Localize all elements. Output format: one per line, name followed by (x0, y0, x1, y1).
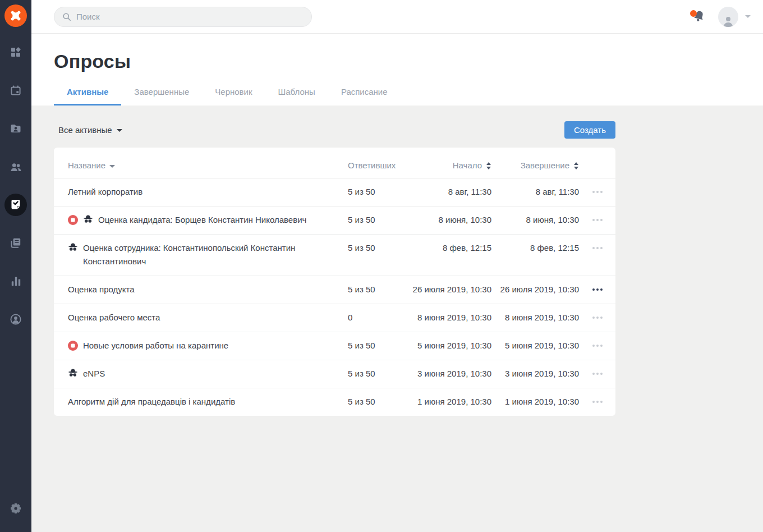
start-date: 5 июня 2019, 10:30 (404, 339, 491, 352)
table-row[interactable]: eNPS 5 из 50 3 июня 2019, 10:30 3 июня 2… (54, 360, 615, 388)
survey-name[interactable]: Оценка продукта (68, 283, 135, 296)
tab-templates[interactable]: Шаблоны (265, 87, 328, 106)
table-body: Летний корпоратив 5 из 50 8 авг, 11:30 8… (54, 178, 615, 416)
sidebar-item-surveys[interactable] (4, 194, 27, 216)
end-date: 1 июня 2019, 10:30 (491, 395, 579, 409)
end-date: 8 июня 2019, 10:30 (491, 311, 579, 324)
survey-name[interactable]: Оценка рабочего места (68, 311, 160, 324)
table-row[interactable]: Оценка сотрудника: Константинопольский К… (54, 235, 615, 276)
sidebar-item-team[interactable] (4, 155, 27, 178)
sidebar-item-news[interactable] (4, 232, 27, 254)
search-input[interactable] (76, 12, 304, 21)
start-date: 8 фев, 12:15 (404, 241, 491, 255)
row-menu-button[interactable] (579, 185, 615, 199)
dashboard-icon (11, 47, 21, 57)
table-row[interactable]: Летний корпоратив 5 из 50 8 авг, 11:30 8… (54, 178, 615, 207)
ellipsis-icon (592, 345, 603, 347)
responded-count: 5 из 50 (348, 241, 404, 255)
ellipsis-icon (592, 373, 603, 375)
sort-caret-icon (109, 165, 115, 168)
sidebar-item-stats[interactable] (4, 270, 27, 292)
start-date: 8 июня 2019, 10:30 (404, 311, 491, 324)
end-date: 3 июня 2019, 10:30 (491, 367, 579, 380)
tab-completed[interactable]: Завершенные (121, 87, 202, 106)
notifications-button[interactable] (692, 10, 706, 24)
surveys-icon (4, 194, 27, 216)
responded-count: 5 из 50 (348, 185, 404, 199)
stopped-icon (68, 341, 78, 351)
table-header: Название Ответивших Начало (54, 148, 615, 178)
start-date: 1 июня 2019, 10:30 (404, 395, 491, 409)
row-menu-button[interactable] (579, 213, 615, 227)
survey-name[interactable]: Летний корпоратив (68, 185, 143, 199)
sort-updown-icon (486, 162, 491, 169)
start-date: 3 июня 2019, 10:30 (404, 367, 491, 380)
start-date: 8 авг, 11:30 (404, 185, 491, 199)
team-icon (11, 162, 21, 172)
tab-active[interactable]: Активные (54, 87, 121, 106)
topbar-right (692, 7, 751, 27)
ellipsis-icon (592, 317, 603, 319)
start-date: 8 июня, 10:30 (404, 213, 491, 227)
ellipsis-icon (592, 191, 603, 193)
ellipsis-icon (592, 288, 603, 291)
anonymous-icon (68, 243, 78, 251)
responded-count: 5 из 50 (348, 339, 404, 352)
tab-schedule[interactable]: Расписание (328, 87, 401, 106)
table-row[interactable]: Новые условия работы на карантине 5 из 5… (54, 332, 615, 360)
notification-badge (690, 10, 697, 17)
survey-name[interactable]: Оценка сотрудника: Константинопольский К… (83, 241, 318, 268)
anonymous-icon (83, 215, 93, 223)
row-menu-button[interactable] (579, 283, 615, 296)
surveys-table: Название Ответивших Начало (54, 148, 615, 416)
search-box[interactable] (54, 7, 312, 27)
page-title: Опросы (54, 51, 763, 72)
ellipsis-icon (592, 401, 603, 403)
filter-label: Все активные (58, 125, 112, 135)
column-header-name[interactable]: Название (68, 159, 348, 172)
sidebar-item-contacts[interactable] (4, 117, 27, 140)
chevron-down-icon[interactable] (745, 15, 751, 18)
sidebar-nav (4, 41, 27, 331)
anonymous-icon (68, 369, 78, 377)
row-menu-button[interactable] (579, 339, 615, 352)
table-row[interactable]: Оценка рабочего места 0 8 июня 2019, 10:… (54, 304, 615, 332)
user-menu[interactable] (718, 7, 751, 27)
column-header-end[interactable]: Завершение (491, 159, 579, 172)
end-date: 26 июля 2019, 10:30 (491, 283, 579, 296)
row-menu-button[interactable] (579, 311, 615, 324)
column-header-start[interactable]: Начало (404, 159, 491, 172)
responded-count: 5 из 50 (348, 213, 404, 227)
content: Все активные Создать Название Ответивших… (31, 106, 763, 532)
news-icon (11, 238, 21, 248)
sidebar-item-dashboard[interactable] (4, 41, 27, 63)
tab-draft[interactable]: Черновик (202, 87, 265, 106)
survey-name[interactable]: Алгоритм дій для працедавців і кандидаті… (68, 395, 235, 409)
sidebar-item-settings[interactable] (4, 497, 27, 520)
chevron-down-icon (117, 129, 122, 132)
column-header-responded: Ответивших (348, 159, 404, 172)
table-row[interactable]: Оценка кандидата: Борщев Константин Нико… (54, 207, 615, 235)
page-head: Опросы Активные Завершенные Черновик Шаб… (31, 34, 763, 106)
table-row[interactable]: Алгоритм дій для працедавців і кандидаті… (54, 388, 615, 416)
responded-count: 0 (348, 311, 404, 324)
row-menu-button[interactable] (579, 367, 615, 380)
survey-name[interactable]: Оценка кандидата: Борщев Константин Нико… (98, 213, 306, 227)
row-menu-button[interactable] (579, 395, 615, 409)
table-row[interactable]: Оценка продукта 5 из 50 26 июля 2019, 10… (54, 276, 615, 304)
sidebar-item-profile[interactable] (4, 308, 27, 331)
ellipsis-icon (592, 247, 603, 249)
filter-dropdown[interactable]: Все активные (54, 125, 122, 135)
survey-name[interactable]: Новые условия работы на карантине (83, 339, 228, 352)
create-button[interactable]: Создать (564, 121, 615, 139)
responded-count: 5 из 50 (348, 283, 404, 296)
toolbar: Все активные Создать (54, 106, 615, 140)
sidebar-item-calendar[interactable] (4, 79, 27, 102)
avatar[interactable] (718, 7, 738, 27)
app-logo-icon[interactable] (4, 4, 27, 27)
row-menu-button[interactable] (579, 241, 615, 255)
stats-icon (11, 277, 21, 286)
survey-name[interactable]: eNPS (83, 367, 105, 380)
gear-icon (10, 503, 21, 514)
end-date: 5 июня 2019, 10:30 (491, 339, 579, 352)
